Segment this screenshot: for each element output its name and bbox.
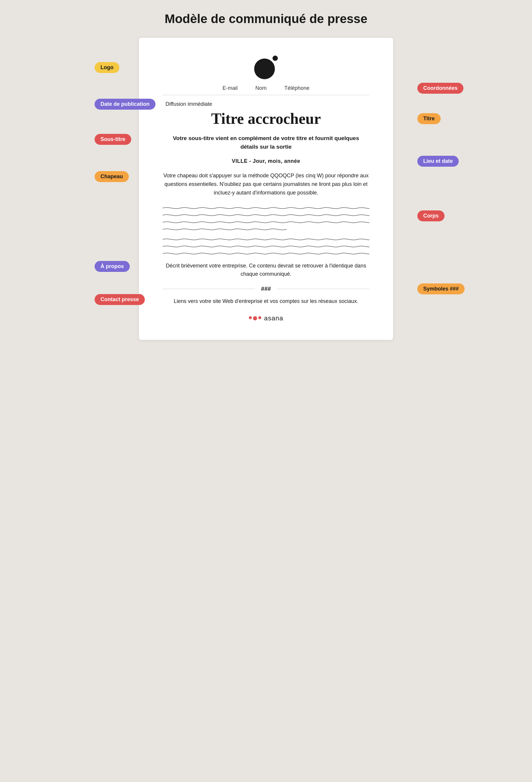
hash-divider-right [277, 289, 369, 289]
lieu-date-label: Lieu et date [417, 156, 459, 167]
date-publication-label: Date de publication [95, 99, 155, 110]
corps-wavy-group-1 [163, 206, 369, 232]
symboles-label: Symboles ### [417, 283, 465, 294]
asana-dot-right [258, 316, 261, 319]
hash-symbol: ### [261, 285, 271, 292]
contact-presse-label: Contact presse [95, 294, 145, 305]
asana-dot-left [249, 316, 252, 319]
logo-small-circle [273, 56, 278, 61]
ville-line: VILLE - Jour, mois, année [163, 158, 369, 164]
asana-name: asana [264, 315, 283, 322]
logo-big-circle [254, 59, 275, 79]
asana-dot-center [253, 316, 257, 320]
logo-label: Logo [95, 62, 119, 73]
asana-logo: asana [163, 315, 369, 322]
corps-wavy-group-2 [163, 237, 369, 256]
corps-label: Corps [417, 210, 445, 221]
coordonnees-label: Coordonnées [417, 83, 463, 94]
chapeau-text: Votre chapeau doit s'appuyer sur la méth… [163, 171, 369, 197]
a-propos-text: Décrit brièvement votre entreprise. Ce c… [163, 261, 369, 279]
wavy-line-3 [163, 220, 369, 224]
wavy-line-2 [163, 213, 369, 217]
main-title: Titre accrocheur [163, 110, 369, 127]
hash-divider-left [163, 289, 255, 289]
logo-section [163, 56, 369, 79]
sous-titre-label: Sous-titre [95, 134, 131, 145]
telephone-label: Téléphone [284, 85, 310, 91]
page-title: Modèle de communiqué de presse [165, 12, 367, 26]
chapeau-label: Chapeau [95, 171, 129, 182]
wavy-line-6 [163, 244, 369, 249]
asana-dots [249, 316, 261, 320]
email-label: E-mail [222, 85, 238, 91]
wavy-line-1 [163, 206, 369, 210]
a-propos-label: À propos [95, 261, 130, 272]
wavy-line-4 [163, 227, 287, 232]
sous-titre-text: Votre sous-titre vient en complément de … [163, 134, 369, 151]
diffusion-line: Diffusion immédiate [163, 101, 369, 107]
divider-1 [163, 95, 369, 95]
hash-line: ### [163, 285, 369, 292]
contact-presse-text: Liens vers votre site Web d'entreprise e… [163, 297, 369, 306]
contact-row: E-mail Nom Téléphone [163, 85, 369, 91]
wavy-line-5 [163, 237, 369, 242]
logo-icon [254, 56, 278, 79]
nom-label: Nom [255, 85, 267, 91]
titre-label: Titre [417, 113, 441, 124]
wavy-line-7 [163, 251, 369, 256]
